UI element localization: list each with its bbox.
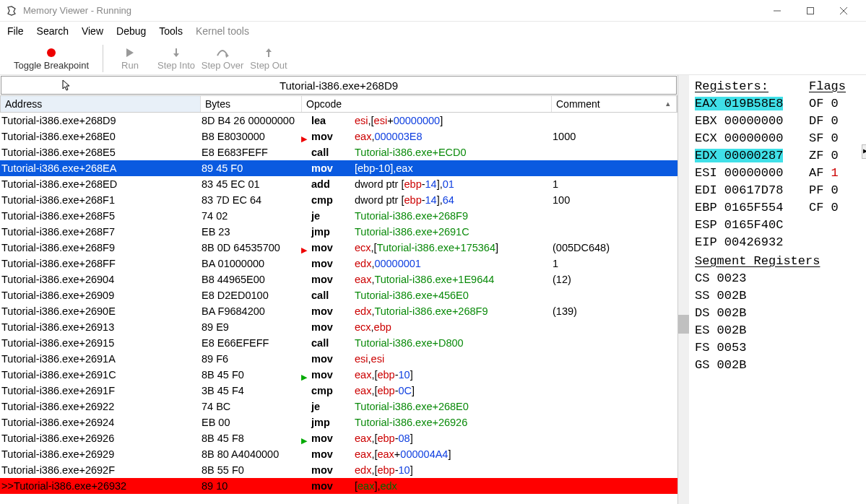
menubar: File Search View Debug Tools Kernel tool… [0, 22, 866, 40]
disassembly-row[interactable]: Tutorial-i386.exe+2691389 E9movecx,ebp [0, 319, 677, 335]
disassembly-row[interactable]: Tutorial-i386.exe+268F7EB 23jmpTutorial-… [0, 224, 677, 240]
disassembly-row[interactable]: Tutorial-i386.exe+268D98D B4 26 00000000… [0, 113, 677, 129]
cell-bytes: B8 44965E00 [200, 271, 301, 287]
menu-kernel-tools[interactable]: Kernel tools [196, 25, 249, 37]
cell-comment [551, 462, 677, 478]
flag-entry[interactable]: ZF 0 [809, 147, 839, 165]
disassembly-row[interactable]: >>Tutorial-i386.exe+2693289 10mov[eax],e… [0, 478, 677, 494]
segment-register-entry[interactable]: DS 002B [695, 305, 860, 322]
disassembly-row[interactable]: Tutorial-i386.exe+26904B8 44965E00moveax… [0, 271, 677, 287]
disassembly-row[interactable]: Tutorial-i386.exe+268E5E8 E683FEFFcallTu… [0, 144, 677, 160]
cell-address: Tutorial-i386.exe+2691C [0, 367, 200, 383]
register-entry[interactable]: EDX 00000287 [695, 147, 809, 165]
toggle-breakpoint-button[interactable]: Toggle Breakpoint [4, 43, 98, 74]
cell-bytes: 83 45 EC 01 [200, 176, 301, 192]
cell-address: Tutorial-i386.exe+26929 [0, 446, 200, 462]
register-entry[interactable]: EBP 0165F554 [695, 199, 809, 217]
run-button[interactable]: Run [108, 43, 152, 74]
flag-entry[interactable]: SF 0 [809, 130, 839, 147]
cell-opcode: cmpeax,[ebp-0C] [301, 383, 551, 399]
disassembly-row[interactable]: Tutorial-i386.exe+2692F8B 55 F0movedx,[e… [0, 462, 677, 478]
segment-register-entry[interactable]: GS 002B [695, 357, 860, 374]
step-out-button[interactable]: Step Out [246, 43, 291, 74]
segment-registers-title: Segment Registers [695, 253, 860, 270]
register-entry[interactable]: ESP 0165F40C [695, 217, 809, 234]
disassembly-row[interactable]: Tutorial-i386.exe+268EA89 45 F0mov[ebp-1… [0, 160, 677, 176]
disassembly-row[interactable]: Tutorial-i386.exe+268FFBA 01000000movedx… [0, 256, 677, 271]
disassembly-row[interactable]: Tutorial-i386.exe+2691C8B 45 F0▶moveax,[… [0, 367, 677, 383]
step-into-label: Step Into [157, 60, 195, 71]
maximize-button[interactable] [794, 0, 827, 22]
disassembly-row[interactable]: Tutorial-i386.exe+26909E8 D2ED0100callTu… [0, 287, 677, 303]
cell-comment [551, 319, 677, 335]
segment-register-entry[interactable]: SS 002B [695, 287, 860, 305]
disassembly-row[interactable]: Tutorial-i386.exe+269298B 80 A4040000mov… [0, 446, 677, 462]
disassembly-row[interactable]: Tutorial-i386.exe+269268B 45 F8▶moveax,[… [0, 430, 677, 446]
disassembly-row[interactable]: Tutorial-i386.exe+2690EBA F9684200movedx… [0, 303, 677, 319]
cell-bytes: EB 00 [200, 414, 301, 430]
segment-register-entry[interactable]: FS 0053 [695, 339, 860, 357]
module-address-bar[interactable]: Tutorial-i386.exe+268D9 [1, 76, 677, 95]
flag-entry[interactable]: DF 0 [809, 113, 839, 130]
step-into-button[interactable]: Step Into [154, 43, 199, 74]
menu-search[interactable]: Search [37, 25, 69, 37]
cell-address: Tutorial-i386.exe+268FF [0, 256, 200, 271]
disassembly-row[interactable]: Tutorial-i386.exe+268E0B8 E8030000▶movea… [0, 129, 677, 144]
disassembly-row[interactable]: Tutorial-i386.exe+2692274 BCjeTutorial-i… [0, 399, 677, 414]
menu-tools[interactable]: Tools [159, 25, 183, 37]
cell-bytes: E8 E683FEFF [200, 144, 301, 160]
cell-address: Tutorial-i386.exe+268EA [0, 160, 200, 176]
cell-opcode: mov[ebp-10],eax [301, 160, 551, 176]
register-entry[interactable]: EIP 00426932 [695, 234, 809, 251]
register-entry[interactable]: EDI 00617D78 [695, 182, 809, 199]
svg-marker-4 [126, 48, 134, 57]
column-bytes[interactable]: Bytes [201, 96, 302, 112]
step-over-button[interactable]: Step Over [200, 43, 245, 74]
flag-entry[interactable]: PF 0 [809, 182, 839, 199]
register-entry[interactable]: ESI 00000000 [695, 165, 809, 182]
cell-bytes: 8D B4 26 00000000 [200, 113, 301, 129]
disassembly-row[interactable]: Tutorial-i386.exe+268F98B 0D 64535700▶mo… [0, 240, 677, 256]
flag-entry[interactable]: AF 1 [809, 165, 839, 182]
svg-marker-6 [173, 53, 179, 57]
disassembly-row[interactable]: Tutorial-i386.exe+268F574 02jeTutorial-i… [0, 208, 677, 224]
cell-comment [551, 113, 677, 129]
cell-address: Tutorial-i386.exe+268ED [0, 176, 200, 192]
expand-handle[interactable]: ▶ [862, 144, 866, 159]
disassembly-row[interactable]: Tutorial-i386.exe+268F183 7D EC 64cmpdwo… [0, 192, 677, 208]
cell-opcode: moveax,[eax+000004A4] [301, 446, 551, 462]
column-comment[interactable]: Comment▴ [552, 96, 677, 112]
cell-address: Tutorial-i386.exe+26922 [0, 399, 200, 414]
disassembly-rows[interactable]: Tutorial-i386.exe+268D98D B4 26 00000000… [0, 113, 677, 504]
toolbar-separator [103, 45, 103, 72]
cell-opcode: cmpdword ptr [ebp-14],64 [301, 192, 551, 208]
cell-comment: 1000 [551, 129, 677, 144]
scroll-thumb[interactable] [678, 315, 689, 334]
cell-address: Tutorial-i386.exe+2691F [0, 383, 200, 399]
register-entry[interactable]: EAX 019B58E8 [695, 95, 809, 113]
disassembly-row[interactable]: Tutorial-i386.exe+2691A89 F6movesi,esi [0, 351, 677, 367]
close-button[interactable] [827, 0, 860, 22]
step-over-label: Step Over [202, 60, 244, 71]
disassembly-row[interactable]: Tutorial-i386.exe+26924EB 00jmpTutorial-… [0, 414, 677, 430]
menu-view[interactable]: View [82, 25, 103, 37]
cell-bytes: 3B 45 F4 [200, 383, 301, 399]
flag-entry[interactable]: OF 0 [809, 95, 839, 113]
cell-bytes: 8B 45 F0 [200, 367, 301, 383]
flag-entry[interactable]: CF 0 [809, 199, 839, 217]
register-entry[interactable]: EBX 00000000 [695, 113, 809, 130]
toolbar: Toggle Breakpoint Run Step Into Step Ove… [0, 40, 866, 75]
menu-debug[interactable]: Debug [116, 25, 146, 37]
register-entry[interactable]: ECX 00000000 [695, 130, 809, 147]
disassembly-row[interactable]: Tutorial-i386.exe+268ED83 45 EC 01adddwo… [0, 176, 677, 192]
disassembly-row[interactable]: Tutorial-i386.exe+2691F3B 45 F4cmpeax,[e… [0, 383, 677, 399]
minimize-button[interactable] [761, 0, 794, 22]
menu-file[interactable]: File [7, 25, 24, 37]
column-opcode[interactable]: Opcode [302, 96, 552, 112]
disassembly-row[interactable]: Tutorial-i386.exe+26915E8 E66EFEFFcallTu… [0, 335, 677, 351]
cell-bytes: 83 7D EC 64 [200, 192, 301, 208]
segment-register-entry[interactable]: ES 002B [695, 322, 860, 339]
column-address[interactable]: Address [1, 96, 201, 112]
scrollbar[interactable] [677, 75, 689, 504]
segment-register-entry[interactable]: CS 0023 [695, 270, 860, 287]
